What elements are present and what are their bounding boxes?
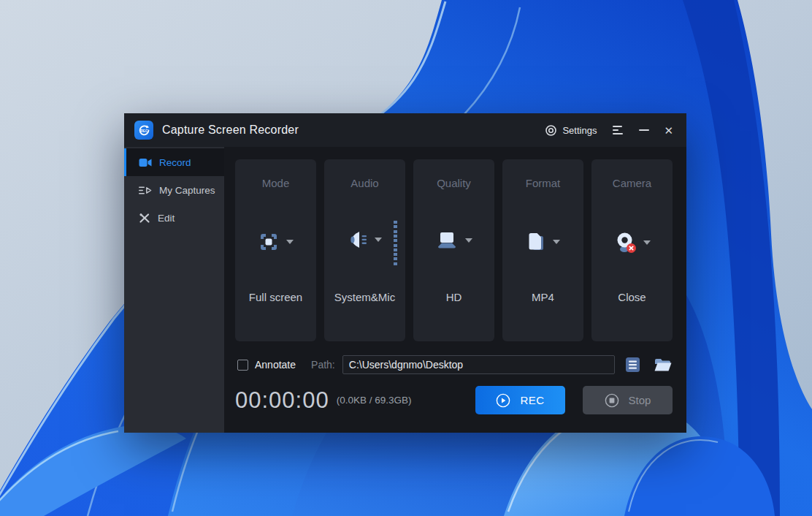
app-window: REC Capture Screen Recorder Settings ✕ xyxy=(124,113,686,433)
camera-card[interactable]: Camera xyxy=(591,159,673,341)
chevron-down-icon[interactable] xyxy=(286,240,294,244)
chevron-down-icon[interactable] xyxy=(465,238,472,243)
card-title: Camera xyxy=(591,177,673,189)
chevron-down-icon[interactable] xyxy=(553,240,560,244)
window-title: Capture Screen Recorder xyxy=(162,124,299,137)
record-panel: Mode Full screen xyxy=(224,147,686,433)
card-value: HD xyxy=(413,291,494,303)
annotate-checkbox[interactable] xyxy=(237,360,248,371)
edit-tools-icon xyxy=(139,213,150,224)
desktop: REC Capture Screen Recorder Settings ✕ xyxy=(0,0,812,516)
quality-card[interactable]: Quality HD xyxy=(413,159,494,341)
card-title: Format xyxy=(502,177,583,189)
storage-info: (0.0KB / 69.3GB) xyxy=(337,395,412,406)
sidebar: Record My Captures xyxy=(124,147,224,433)
settings-cards: Mode Full screen xyxy=(235,159,673,341)
card-title: Mode xyxy=(235,177,316,189)
stop-icon xyxy=(605,393,619,408)
speaker-icon xyxy=(348,231,368,248)
menu-icon[interactable] xyxy=(611,123,624,137)
volume-level-indicator xyxy=(394,221,397,265)
mode-card[interactable]: Mode Full screen xyxy=(235,159,316,341)
chevron-down-icon[interactable] xyxy=(643,240,651,245)
close-button[interactable]: ✕ xyxy=(664,125,673,136)
stop-button[interactable]: Stop xyxy=(583,386,673,414)
svg-text:REC: REC xyxy=(140,129,148,132)
sidebar-item-my-captures[interactable]: My Captures xyxy=(124,176,224,204)
settings-gear-icon xyxy=(545,124,557,137)
open-folder-icon[interactable] xyxy=(654,357,672,372)
card-title: Audio xyxy=(324,177,405,189)
laptop-icon xyxy=(435,231,459,249)
record-list-icon[interactable] xyxy=(625,357,640,373)
titlebar: REC Capture Screen Recorder Settings ✕ xyxy=(124,113,686,147)
settings-button[interactable]: Settings xyxy=(545,124,597,137)
fullscreen-icon xyxy=(258,231,280,253)
record-timer: 00:00:00 xyxy=(235,387,329,414)
options-row: Annotate Path: xyxy=(235,355,673,374)
path-input[interactable] xyxy=(342,355,615,374)
playlist-icon xyxy=(139,186,152,195)
video-camera-icon xyxy=(139,158,152,167)
card-value: Close xyxy=(591,291,673,303)
card-value: System&Mic xyxy=(324,291,405,303)
sidebar-item-edit[interactable]: Edit xyxy=(124,204,224,232)
annotate-label: Annotate xyxy=(255,359,296,371)
settings-label: Settings xyxy=(562,125,597,136)
sidebar-item-label: My Captures xyxy=(159,185,215,196)
audio-card[interactable]: Audio System&Mic xyxy=(324,159,405,341)
rec-button-label: REC xyxy=(520,394,544,406)
card-value: Full screen xyxy=(235,291,316,303)
sidebar-item-label: Record xyxy=(159,157,191,168)
file-icon xyxy=(526,231,546,252)
chevron-down-icon[interactable] xyxy=(375,238,382,242)
rec-button[interactable]: REC xyxy=(475,386,565,414)
card-title: Quality xyxy=(413,177,494,189)
controls-row: 00:00:00 (0.0KB / 69.3GB) REC xyxy=(235,386,673,414)
format-card[interactable]: Format MP4 xyxy=(502,159,583,341)
stop-button-label: Stop xyxy=(629,394,651,406)
minimize-button[interactable] xyxy=(639,129,649,131)
sidebar-item-record[interactable]: Record xyxy=(124,148,224,176)
webcam-off-icon xyxy=(614,231,637,254)
path-label: Path: xyxy=(311,359,335,371)
card-value: MP4 xyxy=(502,291,583,303)
play-icon xyxy=(496,393,510,408)
app-logo-icon: REC xyxy=(134,121,153,140)
sidebar-item-label: Edit xyxy=(158,213,175,224)
